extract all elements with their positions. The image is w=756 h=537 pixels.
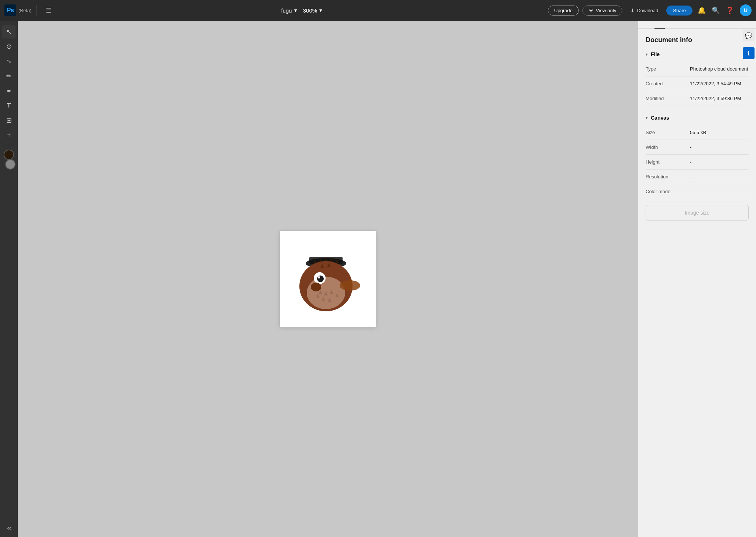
sidebar-left: ↖ ⊙ ⤡ ✏ ✒ T ⊞ ⌗ ≪ (0, 21, 18, 537)
svg-point-13 (311, 283, 321, 291)
shape-icon: ⊞ (6, 116, 12, 124)
download-label: Download (637, 8, 658, 13)
topbar: Ps (Beta) ☰ fugu ▾ 300% ▾ Upgrade 👁 View… (0, 0, 756, 21)
foreground-color[interactable] (4, 150, 14, 160)
panel-tabs (638, 21, 756, 29)
resolution-row: Resolution - (646, 170, 749, 184)
type-label: Type (646, 66, 690, 72)
menu-button[interactable]: ☰ (42, 4, 55, 17)
svg-point-12 (318, 276, 320, 278)
lasso-tool[interactable]: ⊙ (2, 40, 16, 53)
topbar-right: Upgrade 👁 View only ⬇ Download Share 🔔 🔍… (548, 4, 752, 16)
tab-1[interactable] (644, 21, 654, 29)
resolution-value: - (690, 174, 691, 179)
beta-label: (Beta) (18, 8, 31, 13)
created-row: Created 11/22/2022, 3:54:49 PM (646, 76, 749, 91)
width-label: Width (646, 144, 690, 150)
zoom-chevron-icon: ▾ (319, 7, 322, 14)
comment-icon[interactable]: 💬 (743, 30, 755, 41)
topbar-divider (37, 5, 37, 16)
image-size-button[interactable]: Image size (646, 205, 749, 220)
brush-icon: ✏ (6, 72, 12, 80)
fugu-illustration (284, 235, 372, 323)
modified-label: Modified (646, 96, 690, 101)
filename-label: fugu (281, 7, 292, 14)
color-mode-label: Color mode (646, 189, 690, 194)
upgrade-button[interactable]: Upgrade (548, 6, 579, 16)
panel-right: Document info ▾ File Type Photoshop clou… (638, 21, 756, 537)
color-mode-row: Color mode - (646, 184, 749, 199)
canvas-area (18, 21, 638, 537)
view-only-label: View only (596, 8, 616, 13)
transform-tool[interactable]: ⤡ (2, 55, 16, 68)
lasso-icon: ⊙ (6, 42, 12, 51)
select-icon: ↖ (6, 28, 12, 36)
collapse-sidebar-button[interactable]: ≪ (5, 524, 13, 533)
info-icon[interactable]: ℹ (743, 47, 755, 59)
shape-tool[interactable]: ⊞ (2, 114, 16, 127)
download-icon: ⬇ (630, 8, 635, 13)
canvas-section-label: Canvas (651, 115, 669, 121)
section-spacer (646, 106, 749, 112)
created-label: Created (646, 81, 690, 86)
width-value: - (690, 144, 691, 150)
filename-button[interactable]: fugu ▾ (281, 7, 297, 14)
height-row: Height - (646, 155, 749, 170)
type-row: Type Photoshop cloud document (646, 62, 749, 76)
file-section-label: File (651, 51, 660, 57)
select-tool[interactable]: ↖ (2, 25, 16, 38)
ps-logo-icon: Ps (4, 4, 16, 16)
document-canvas (280, 231, 376, 327)
tool-separator-2 (4, 174, 14, 174)
text-icon: T (7, 102, 11, 109)
notifications-icon[interactable]: 🔔 (698, 6, 706, 14)
color-mode-value: - (690, 189, 691, 194)
canvas-chevron-icon: ▾ (646, 116, 648, 120)
zoom-button[interactable]: 300% ▾ (303, 7, 322, 14)
view-only-button[interactable]: 👁 View only (583, 6, 622, 16)
height-label: Height (646, 159, 690, 165)
help-icon[interactable]: ❓ (726, 6, 734, 14)
tool-separator (4, 145, 14, 145)
created-value: 11/22/2022, 3:54:49 PM (690, 81, 741, 86)
size-label: Size (646, 130, 690, 135)
background-color[interactable] (5, 159, 16, 170)
file-section-header[interactable]: ▾ File (646, 51, 749, 57)
height-value: - (690, 159, 691, 165)
share-button[interactable]: Share (666, 6, 693, 16)
eye-icon: 👁 (589, 8, 594, 13)
pen-icon: ✒ (7, 88, 11, 95)
app-logo: Ps (Beta) (4, 4, 31, 16)
resolution-label: Resolution (646, 174, 690, 179)
eyedropper-tool[interactable]: ⌗ (2, 129, 16, 142)
eyedropper-icon: ⌗ (7, 131, 11, 139)
svg-point-9 (340, 280, 360, 291)
pen-tool[interactable]: ✒ (2, 84, 16, 98)
panel-title: Document info (646, 36, 749, 44)
topbar-center: fugu ▾ 300% ▾ (59, 7, 544, 14)
brush-tool[interactable]: ✏ (2, 69, 16, 83)
width-row: Width - (646, 140, 749, 155)
size-value: 55.5 kB (690, 130, 706, 135)
avatar[interactable]: U (740, 4, 752, 16)
tab-info[interactable] (654, 21, 665, 29)
panel-content: Document info ▾ File Type Photoshop clou… (638, 29, 756, 537)
modified-value: 11/22/2022, 3:59:36 PM (690, 96, 741, 101)
download-button[interactable]: ⬇ Download (626, 6, 663, 15)
type-value: Photoshop cloud document (690, 66, 748, 72)
text-tool[interactable]: T (2, 99, 16, 112)
modified-row: Modified 11/22/2022, 3:59:36 PM (646, 91, 749, 106)
svg-point-11 (317, 276, 324, 282)
transform-icon: ⤡ (7, 58, 11, 65)
search-icon[interactable]: 🔍 (712, 6, 720, 14)
canvas-section-header[interactable]: ▾ Canvas (646, 115, 749, 121)
filename-chevron-icon: ▾ (294, 7, 297, 14)
topbar-icons: 🔔 🔍 ❓ U (698, 4, 752, 16)
file-chevron-icon: ▾ (646, 52, 648, 57)
zoom-label: 300% (303, 7, 317, 14)
size-row: Size 55.5 kB (646, 125, 749, 140)
